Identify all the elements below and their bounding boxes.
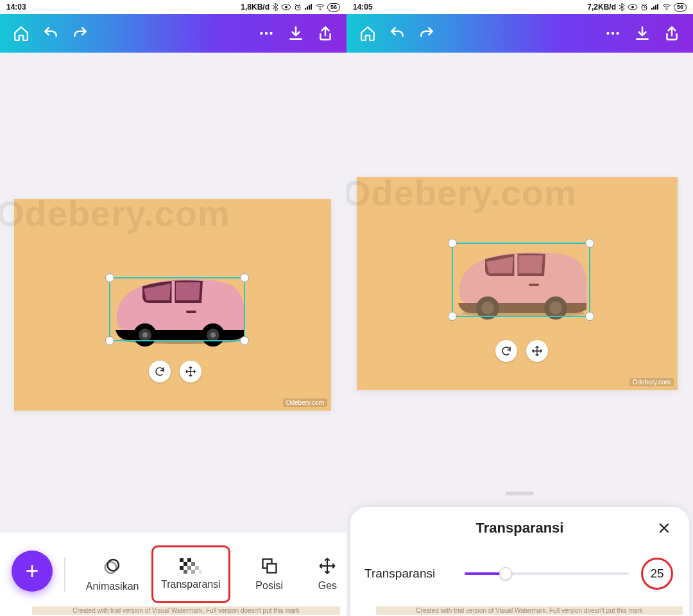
transparency-icon — [180, 558, 201, 574]
svg-rect-21 — [191, 562, 195, 566]
svg-rect-26 — [191, 570, 195, 574]
position-icon — [261, 557, 278, 575]
share-button[interactable] — [311, 19, 340, 48]
close-icon — [658, 522, 671, 535]
resize-handle-tl[interactable] — [105, 273, 114, 282]
undo-button[interactable] — [382, 19, 412, 48]
resize-handle-bl[interactable] — [105, 336, 114, 345]
status-time: 14:05 — [353, 3, 373, 12]
design-attribution: Odebery.com — [283, 398, 327, 407]
value-highlight-ring — [641, 558, 673, 590]
selection-box[interactable] — [452, 243, 590, 317]
tool-position[interactable]: Posisi — [230, 545, 309, 603]
screenshot-left: 14:03 1,8KB/d 56 O — [0, 0, 346, 616]
eye-icon — [281, 4, 291, 10]
resize-handle-br[interactable] — [240, 336, 249, 345]
bluetooth-icon — [619, 3, 625, 11]
svg-rect-29 — [267, 564, 276, 573]
canvas-area[interactable]: Odebery.com Odebery.com — [346, 53, 693, 616]
svg-point-5 — [265, 32, 268, 35]
svg-point-3 — [320, 9, 321, 10]
battery-indicator: 56 — [327, 3, 340, 12]
svg-point-17 — [105, 562, 117, 574]
move-button[interactable] — [526, 340, 548, 362]
resize-handle-tr[interactable] — [240, 273, 249, 282]
element-tools — [495, 340, 548, 362]
transparency-slider[interactable] — [465, 567, 629, 580]
resize-handle-tr[interactable] — [585, 239, 594, 248]
tool-gesture[interactable]: Ges — [309, 545, 346, 603]
status-time: 14:03 — [6, 3, 26, 12]
rotate-button[interactable] — [149, 361, 171, 382]
canvas-area[interactable]: Odebery.com Odebery.com — [0, 53, 346, 616]
svg-point-4 — [260, 32, 262, 35]
resize-handle-tl[interactable] — [448, 239, 457, 248]
app-bar — [346, 14, 693, 53]
share-button[interactable] — [657, 19, 687, 48]
move-icon — [318, 557, 336, 575]
download-button[interactable] — [628, 19, 657, 48]
svg-point-6 — [270, 32, 272, 35]
move-button[interactable] — [180, 361, 201, 382]
home-button[interactable] — [6, 19, 36, 48]
rotate-button[interactable] — [495, 340, 517, 362]
svg-rect-27 — [199, 570, 201, 574]
svg-point-33 — [666, 9, 667, 10]
tool-animate[interactable]: Animasikan — [73, 545, 151, 603]
svg-point-1 — [285, 6, 287, 8]
svg-rect-24 — [195, 566, 199, 570]
more-button[interactable] — [252, 19, 281, 48]
element-tools — [149, 361, 201, 382]
add-button[interactable]: + — [12, 551, 53, 592]
tool-transparency[interactable]: Transparansi — [151, 545, 230, 603]
svg-rect-18 — [180, 558, 184, 562]
trial-watermark: Created with trial version of Visual Wat… — [32, 606, 340, 615]
svg-rect-19 — [187, 558, 191, 562]
bluetooth-icon — [272, 3, 278, 11]
redo-button[interactable] — [65, 19, 95, 48]
download-button[interactable] — [281, 19, 311, 48]
svg-rect-22 — [180, 566, 184, 570]
transparency-panel: Transparansi Transparansi 25 Created wit… — [350, 507, 689, 616]
app-bar — [0, 14, 346, 53]
svg-point-35 — [612, 32, 614, 35]
tool-gesture-label: Ges — [318, 580, 337, 592]
eye-icon — [628, 4, 638, 10]
redo-button[interactable] — [412, 19, 441, 48]
svg-rect-23 — [187, 566, 191, 570]
signal-4g-icon — [651, 4, 660, 10]
resize-handle-bl[interactable] — [448, 312, 457, 321]
svg-point-31 — [631, 6, 634, 8]
svg-point-36 — [616, 32, 619, 35]
toolbar-separator — [64, 557, 65, 592]
battery-indicator: 56 — [674, 3, 687, 12]
tool-animate-label: Animasikan — [86, 581, 139, 592]
svg-point-16 — [108, 560, 119, 571]
wifi-icon — [316, 4, 325, 10]
status-bar: 14:03 1,8KB/d 56 — [0, 0, 346, 14]
tool-position-label: Posisi — [255, 580, 283, 592]
slider-label: Transparansi — [364, 567, 454, 581]
wifi-icon — [662, 4, 671, 10]
resize-handle-br[interactable] — [585, 312, 594, 321]
panel-title: Transparansi — [476, 520, 564, 536]
alarm-icon — [294, 3, 302, 11]
status-bar: 14:05 7,2KB/d 56 — [346, 0, 693, 14]
close-button[interactable] — [653, 517, 675, 539]
status-net: 7,2KB/d — [587, 3, 616, 12]
svg-point-34 — [606, 32, 609, 35]
tool-transparency-label: Transparansi — [161, 579, 221, 590]
trial-watermark: Created with trial version of Visual Wat… — [376, 606, 683, 615]
svg-rect-20 — [184, 562, 187, 566]
slider-thumb[interactable] — [499, 567, 512, 580]
status-net: 1,8KB/d — [241, 3, 270, 12]
selection-box[interactable] — [109, 277, 245, 341]
home-button[interactable] — [353, 19, 382, 48]
design-attribution: Odebery.com — [629, 378, 674, 386]
svg-rect-25 — [184, 570, 187, 574]
sheet-grip[interactable] — [506, 492, 534, 495]
more-button[interactable] — [598, 19, 628, 48]
alarm-icon — [640, 3, 648, 11]
plus-icon: + — [25, 560, 38, 583]
undo-button[interactable] — [36, 19, 65, 48]
